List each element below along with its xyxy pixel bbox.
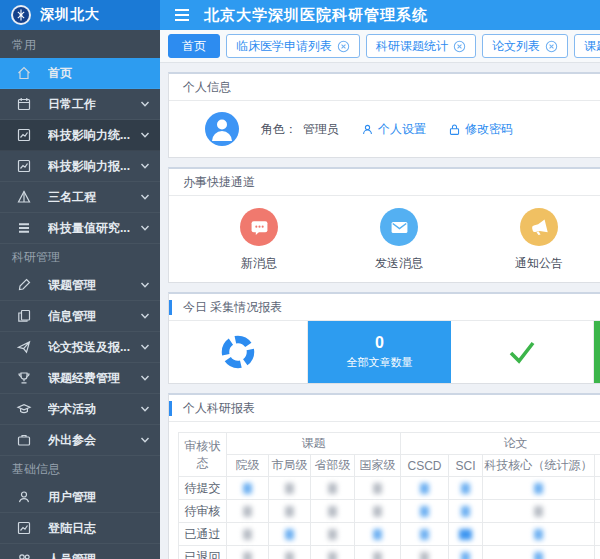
sidebar-item[interactable]: 科技影响力统... (0, 120, 160, 151)
avatar[interactable] (205, 112, 239, 146)
quick-action-label: 新消息 (241, 255, 277, 272)
today-cell-block (594, 321, 600, 383)
blurred-value[interactable] (285, 529, 294, 540)
hospital-emblem-icon (10, 4, 32, 26)
blurred-value[interactable] (534, 506, 543, 517)
col-header: 科技核心（统计源） (483, 455, 595, 477)
sidebar-item[interactable]: 论文投送及报... (0, 332, 160, 363)
blurred-value[interactable] (534, 529, 543, 540)
sidebar-section-header: 常用 (0, 32, 160, 58)
sidebar-item[interactable]: 信息管理 (0, 301, 160, 332)
blurred-value[interactable] (373, 529, 382, 540)
quick-action-megaphone[interactable]: 通知公告 (469, 208, 600, 272)
personal-info-panel: 个人信息 角色：管理员 (168, 72, 600, 158)
blurred-value[interactable] (285, 552, 294, 559)
table-cell (401, 500, 449, 523)
logo[interactable]: 深圳北大 (0, 0, 160, 30)
sidebar-item[interactable]: 课题经费管理 (0, 363, 160, 394)
blurred-value[interactable] (328, 506, 337, 517)
briefcase-icon (16, 432, 32, 448)
quick-action-mail[interactable]: 发送消息 (329, 208, 469, 272)
sidebar-item[interactable]: 登陆日志 (0, 513, 160, 544)
blurred-value[interactable] (373, 552, 382, 559)
blurred-value[interactable] (461, 483, 470, 494)
blurred-value[interactable] (461, 552, 470, 559)
sidebar-item[interactable]: 学术活动 (0, 394, 160, 425)
sidebar-item[interactable]: 科技量值研究... (0, 213, 160, 244)
sidebar-item[interactable]: 人员管理 (0, 544, 160, 559)
blurred-value[interactable] (461, 506, 470, 517)
table-cell (269, 523, 311, 546)
tab[interactable]: 论文列表 (482, 34, 568, 58)
tab[interactable]: 临床医学申请列表 (226, 34, 360, 58)
person-icon (16, 489, 32, 505)
table-cell (269, 500, 311, 523)
close-icon[interactable] (545, 40, 558, 53)
research-report-panel: 个人科研报表 审核状态 课题 论文 (168, 393, 600, 559)
blurred-value[interactable] (243, 552, 252, 559)
tab[interactable]: 首页 (168, 34, 220, 58)
sidebar-item[interactable]: 日常工作 (0, 89, 160, 120)
today-cell-stat[interactable]: 0全部文章数量 (308, 321, 451, 383)
close-icon[interactable] (453, 40, 466, 53)
docs-icon (16, 308, 32, 324)
blurred-value[interactable] (534, 552, 543, 559)
blurred-value[interactable] (243, 529, 252, 540)
blurred-value[interactable] (420, 483, 429, 494)
close-icon[interactable] (337, 40, 350, 53)
lock-icon (448, 123, 461, 136)
col-header: SCI (449, 455, 483, 477)
sidebar-item[interactable]: 科技影响力报... (0, 151, 160, 182)
blurred-value[interactable] (420, 552, 429, 559)
blurred-value[interactable] (373, 483, 382, 494)
row-status-label: 待审核 (179, 500, 227, 523)
blurred-value[interactable] (285, 506, 294, 517)
blurred-value[interactable] (328, 552, 337, 559)
blurred-value[interactable] (420, 529, 429, 540)
blurred-value[interactable] (243, 483, 252, 494)
sidebar-item-label: 科技影响力统... (48, 127, 140, 144)
sidebar-item-label: 科技影响力报... (48, 158, 140, 175)
col-header: 省部级 (311, 455, 355, 477)
user-icon (361, 123, 374, 136)
table-cell (483, 477, 595, 500)
sidebar-section-header: 科研管理 (0, 244, 160, 270)
sidebar-item-label: 学术活动 (48, 401, 140, 418)
main-area: 首页临床医学申请列表科研课题统计论文列表课题费用报表用户列表 个人信息 (160, 30, 600, 559)
sidebar-item-label: 首页 (48, 65, 150, 82)
role-value: 管理员 (303, 122, 339, 136)
sidebar-item[interactable]: 首页 (0, 58, 160, 89)
blurred-value[interactable] (373, 506, 382, 517)
blurred-value[interactable] (459, 529, 472, 540)
blurred-value[interactable] (328, 529, 337, 540)
sidebar-item[interactable]: 三名工程 (0, 182, 160, 213)
change-password-link[interactable]: 修改密码 (448, 121, 513, 138)
col-header-status: 审核状态 (179, 433, 227, 477)
loader-donut-icon (220, 334, 256, 370)
table-cell (311, 523, 355, 546)
plane-icon (16, 339, 32, 355)
sidebar-item[interactable]: 课题管理 (0, 270, 160, 301)
tab[interactable]: 课题费用报表 (574, 34, 600, 58)
table-cell (401, 546, 449, 559)
sidebar-item[interactable]: 用户管理 (0, 482, 160, 513)
logo-text: 深圳北大 (40, 6, 100, 24)
blurred-value[interactable] (285, 483, 294, 494)
personal-settings-link[interactable]: 个人设置 (361, 121, 426, 138)
blurred-value[interactable] (420, 506, 429, 517)
menu-toggle-icon[interactable] (174, 8, 190, 22)
today-cell-donut (169, 321, 308, 383)
home-icon (16, 65, 32, 81)
blurred-value[interactable] (534, 483, 543, 494)
app-window: 深圳北大 北京大学深圳医院科研管理系统 常用首页日常工作科技影响力统...科技影… (0, 0, 600, 559)
quick-action-chat[interactable]: 新消息 (189, 208, 329, 272)
table-row: 已通过 (179, 523, 600, 546)
blurred-value[interactable] (243, 506, 252, 517)
sidebar-item-label: 课题经费管理 (48, 370, 140, 387)
table-cell (449, 546, 483, 559)
tab-label: 首页 (182, 38, 206, 55)
blurred-value[interactable] (328, 483, 337, 494)
table-cell (595, 477, 600, 500)
tab[interactable]: 科研课题统计 (366, 34, 476, 58)
sidebar-item[interactable]: 外出参会 (0, 425, 160, 456)
